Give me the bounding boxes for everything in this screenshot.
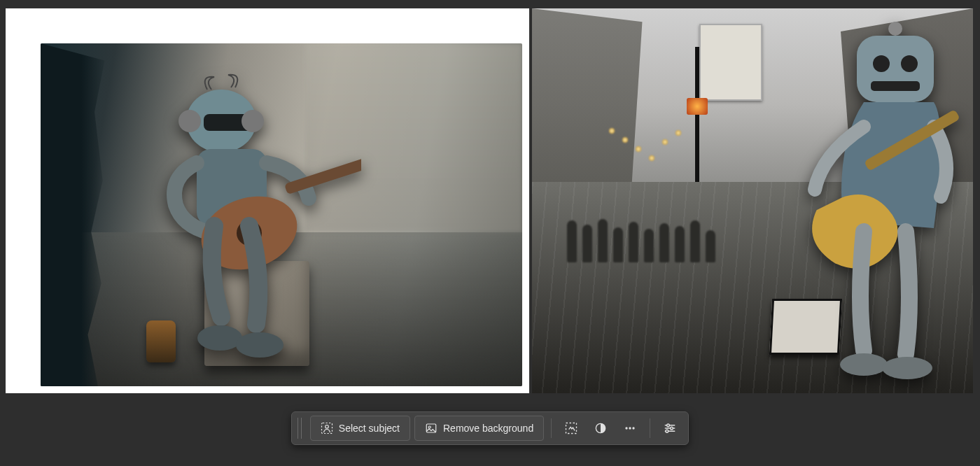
sliders-icon [663, 421, 677, 435]
svg-point-12 [901, 55, 918, 72]
robot-subject-left [137, 72, 361, 366]
svg-point-28 [633, 427, 635, 429]
transform-select-button[interactable] [559, 416, 584, 441]
svg-point-30 [667, 424, 670, 427]
image-icon [425, 422, 438, 435]
svg-point-8 [197, 325, 242, 351]
more-options-button[interactable] [617, 416, 643, 441]
svg-point-19 [326, 425, 329, 429]
svg-point-21 [428, 426, 430, 428]
artboard-left[interactable] [6, 8, 529, 393]
properties-button[interactable] [657, 416, 682, 441]
person-select-icon [321, 422, 333, 435]
contextual-toolbar: Select subject Remove background [291, 411, 689, 445]
remove-background-label: Remove background [443, 423, 533, 434]
svg-point-14 [888, 22, 902, 36]
separator [551, 418, 552, 438]
svg-point-3 [241, 110, 264, 132]
transform-select-icon [564, 421, 578, 435]
svg-point-26 [626, 427, 628, 429]
svg-point-34 [666, 430, 668, 432]
image-left [41, 43, 522, 386]
artboard-right[interactable] [532, 8, 973, 393]
svg-point-32 [671, 427, 673, 430]
svg-point-16 [840, 353, 888, 376]
svg-point-2 [178, 110, 201, 132]
select-subject-label: Select subject [339, 423, 400, 434]
select-subject-button[interactable]: Select subject [310, 416, 410, 441]
mask-button[interactable] [588, 416, 613, 441]
svg-point-11 [873, 55, 890, 72]
svg-rect-13 [871, 81, 920, 91]
contextual-toolbar-area: Select subject Remove background [0, 396, 980, 466]
robot-subject-right [759, 22, 969, 386]
mask-circle-icon [594, 421, 608, 435]
image-right [532, 8, 973, 393]
more-horizontal-icon [623, 421, 637, 435]
remove-background-button[interactable]: Remove background [414, 416, 544, 441]
separator [650, 418, 650, 438]
svg-point-17 [882, 357, 932, 379]
canvas-area[interactable] [0, 0, 980, 396]
svg-point-9 [236, 332, 284, 358]
svg-rect-10 [857, 36, 934, 102]
toolbar-grip[interactable] [298, 418, 302, 439]
svg-point-27 [629, 427, 631, 429]
